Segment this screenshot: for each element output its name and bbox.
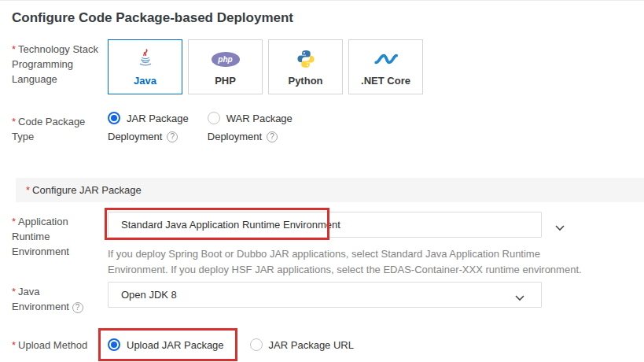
tech-card-php-label: PHP [215, 75, 236, 87]
required-marker: * [12, 286, 16, 297]
section-header-configure-jar-package: * Configure JAR Package [16, 178, 644, 202]
option-jar-package-url: JAR Package URL [250, 338, 354, 351]
required-marker: * [12, 339, 16, 351]
java-environment-select[interactable]: Open JDK 8 [108, 282, 542, 308]
upload-method-options: Upload JAR Package JAR Package URL [108, 328, 354, 361]
tech-card-dotnet[interactable]: .NET Core [348, 39, 423, 94]
python-icon [296, 47, 316, 71]
chevron-down-icon [515, 292, 524, 304]
tech-stack-label: *Technology Stack Programming Language [12, 39, 108, 87]
java-environment-selected-value: Open JDK 8 [121, 289, 177, 301]
required-marker: * [12, 216, 16, 227]
deployment-config-panel: Configure Code Package-based Deployment … [0, 1, 644, 361]
jar-package-help-icon[interactable]: ? [167, 131, 178, 142]
upload-jar-package-radio[interactable] [108, 338, 120, 351]
tech-card-php[interactable]: php PHP [188, 39, 263, 94]
java-environment-help-icon[interactable]: ? [72, 302, 83, 313]
runtime-environment-row: *Application Runtime Environment Standar… [12, 212, 644, 278]
annotation-box-upload-jar-package: Upload JAR Package [98, 328, 237, 361]
required-marker: * [26, 184, 30, 196]
upload-method-label: *Upload Method [12, 338, 108, 353]
option-upload-jar-package: Upload JAR Package [108, 338, 224, 351]
runtime-environment-label: *Application Runtime Environment [12, 212, 108, 259]
runtime-environment-hint: If you deploy Spring Boot or Dubbo JAR a… [108, 246, 582, 278]
code-package-type-options: JAR Package Deployment ? WAR Package Dep… [108, 112, 311, 142]
dotnet-icon [374, 47, 399, 71]
tech-card-python-label: Python [288, 75, 322, 87]
section-header-title: Configure JAR Package [32, 184, 142, 196]
required-marker: * [12, 43, 16, 55]
code-package-type-row: *Code Package Type JAR Package Deploymen… [12, 112, 644, 144]
jar-package-radio-label[interactable]: JAR Package [127, 113, 189, 124]
tech-stack-cards: Java php PHP Python [108, 39, 423, 94]
chevron-down-icon [555, 222, 565, 234]
runtime-environment-select[interactable]: Standard Java Application Runtime Enviro… [108, 212, 542, 238]
page-title: Configure Code Package-based Deployment [12, 1, 644, 26]
tech-card-python[interactable]: Python [268, 39, 343, 94]
tech-card-java-label: Java [134, 75, 156, 87]
war-package-radio-label[interactable]: WAR Package [226, 113, 293, 124]
option-jar-package-deployment: JAR Package Deployment ? [108, 112, 189, 142]
war-package-help-icon[interactable]: ? [267, 131, 278, 142]
java-icon [134, 47, 156, 71]
tech-card-dotnet-label: .NET Core [361, 75, 410, 87]
jar-package-url-radio[interactable] [250, 338, 263, 351]
jar-package-radio[interactable] [108, 112, 120, 124]
option-war-package-deployment: WAR Package Deployment ? [208, 112, 293, 142]
upload-jar-package-radio-label[interactable]: Upload JAR Package [127, 339, 224, 351]
required-marker: * [12, 116, 16, 127]
tech-stack-row: *Technology Stack Programming Language J… [12, 39, 644, 94]
tech-card-java[interactable]: Java [108, 39, 182, 94]
php-icon: php [212, 47, 240, 71]
code-package-type-label: *Code Package Type [12, 112, 108, 144]
war-package-radio-label-line2: Deployment [208, 131, 262, 142]
java-environment-label: *Java Environment ? [12, 282, 108, 314]
jar-package-radio-label-line2: Deployment [108, 131, 162, 142]
java-environment-row: *Java Environment ? Open JDK 8 [12, 282, 644, 314]
war-package-radio[interactable] [208, 112, 220, 124]
jar-package-url-radio-label[interactable]: JAR Package URL [269, 339, 354, 351]
runtime-environment-selected-value: Standard Java Application Runtime Enviro… [121, 219, 340, 231]
upload-method-row: *Upload Method Upload JAR Package JAR Pa… [12, 328, 644, 361]
